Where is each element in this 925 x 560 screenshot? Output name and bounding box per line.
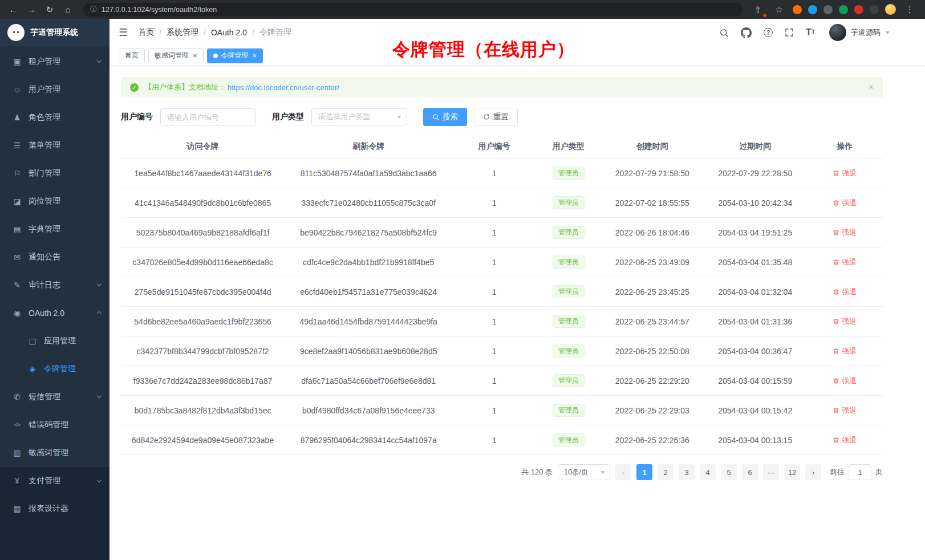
search-button[interactable]: 搜索 <box>423 108 467 126</box>
sidebar-item-sensitive[interactable]: ▥敏感词管理 <box>0 439 109 466</box>
access-token-cell: 275e5de9151045fe87cbdc395e004f4d <box>121 277 285 307</box>
page-button-4[interactable]: 4 <box>700 464 716 480</box>
sidebar-item-menu[interactable]: ☰菜单管理 <box>0 131 109 159</box>
breadcrumb-item[interactable]: OAuth 2.0 <box>211 28 247 37</box>
page-button-3[interactable]: 3 <box>679 464 695 480</box>
goto-page-input[interactable] <box>849 464 871 480</box>
browser-forward-icon[interactable]: → <box>24 3 39 17</box>
help-icon[interactable]: ? <box>764 28 773 37</box>
sidebar-item-oauth-app[interactable]: ▢应用管理 <box>0 327 109 355</box>
force-logout-button[interactable]: 强退 <box>833 257 857 267</box>
sidebar-item-sms[interactable]: ✆短信管理 <box>0 383 109 411</box>
extension-icon[interactable] <box>870 5 879 14</box>
browser-profile-avatar[interactable] <box>885 4 896 15</box>
table-row: c347026e805e4d99b0d116eae66eda8ccdfc4ce9… <box>121 247 883 277</box>
next-page-button[interactable]: › <box>805 464 821 480</box>
sidebar-item-pay[interactable]: ¥支付管理 <box>0 466 109 494</box>
logo[interactable]: 芋道管理系统 <box>0 19 109 46</box>
force-logout-button[interactable]: 强退 <box>833 435 857 445</box>
close-icon[interactable]: × <box>253 52 257 59</box>
sidebar-item-user[interactable]: ☺用户管理 <box>0 75 109 103</box>
sidebar-item-role[interactable]: ♟角色管理 <box>0 103 109 131</box>
force-logout-button[interactable]: 强退 <box>833 346 857 356</box>
search-icon[interactable] <box>719 28 729 38</box>
browser-reload-icon[interactable]: ↻ <box>42 3 57 17</box>
extension-icon[interactable] <box>839 5 848 14</box>
user-type-badge: 管理员 <box>553 226 585 239</box>
close-icon[interactable]: × <box>193 52 197 59</box>
browser-home-icon[interactable]: ⌂ <box>60 3 75 17</box>
extension-icon[interactable] <box>808 5 817 14</box>
github-icon[interactable] <box>741 27 752 38</box>
user-type-cell: 管理员 <box>536 218 601 247</box>
page-button-1[interactable]: 1 <box>636 464 652 480</box>
action-cell: 强退 <box>806 336 883 366</box>
breadcrumb-separator: / <box>252 28 254 37</box>
breadcrumb-item[interactable]: 系统管理 <box>167 27 198 38</box>
user-type-select[interactable]: 请选择用户类型 <box>311 108 407 125</box>
header-actions: ? TT 芋道源码 <box>719 24 890 41</box>
force-logout-button[interactable]: 强退 <box>833 228 857 238</box>
sidebar-item-label: 租户管理 <box>29 56 98 67</box>
force-logout-button[interactable]: 强退 <box>833 198 857 208</box>
browser-menu-icon[interactable]: ⋮ <box>902 3 917 17</box>
extension-icon[interactable] <box>823 5 833 14</box>
force-logout-button[interactable]: 强退 <box>833 287 857 297</box>
refresh-token-cell: dfa6c71a50a54c66bef706ef9e6e8d81 <box>285 366 452 396</box>
audit-log-icon: ✎ <box>11 281 23 290</box>
refresh-token-cell: 49d1aa46d1454fbd87591444423be9fa <box>285 307 452 336</box>
sidebar-item-dept[interactable]: ⚐部门管理 <box>0 159 109 187</box>
sidebar-item-post[interactable]: ◪岗位管理 <box>0 187 109 215</box>
user-type-badge: 管理员 <box>553 285 585 298</box>
tab-sensitive[interactable]: 敏感词管理× <box>148 48 204 63</box>
breadcrumb-separator: / <box>204 28 206 37</box>
site-info-icon[interactable]: ⓘ <box>90 5 97 14</box>
doc-link[interactable]: https://doc.iocoder.cn/user-center/ <box>228 83 339 92</box>
reset-button[interactable]: 重置 <box>474 108 518 126</box>
pages-ellipsis[interactable]: ··· <box>763 464 779 480</box>
font-size-icon[interactable]: TT <box>806 28 815 37</box>
close-icon[interactable]: × <box>869 83 874 92</box>
tab-token[interactable]: 令牌管理× <box>207 48 263 63</box>
prev-page-button[interactable]: ‹ <box>615 464 631 480</box>
user-menu[interactable]: 芋道源码 <box>829 24 890 41</box>
token-table: 访问令牌刷新令牌用户编号用户类型创建时间过期时间操作 1ea5e44f8bc14… <box>121 135 883 455</box>
sidebar-item-oauth[interactable]: ◉OAuth 2.0 <box>0 299 109 327</box>
share-icon[interactable]: ⇧ <box>750 3 765 17</box>
force-logout-button[interactable]: 强退 <box>833 376 857 386</box>
bookmark-star-icon[interactable]: ☆ <box>772 3 786 17</box>
force-logout-button[interactable]: 强退 <box>833 316 857 327</box>
breadcrumb-item[interactable]: 令牌管理 <box>259 27 291 38</box>
sidebar-filler <box>0 522 109 560</box>
action-cell: 强退 <box>806 188 883 218</box>
extension-icon[interactable] <box>854 5 863 14</box>
url-bar[interactable]: ⓘ 127.0.0.1:1024/system/oauth2/token <box>83 3 743 17</box>
page-button-2[interactable]: 2 <box>658 464 674 480</box>
page-size-select[interactable]: 10条/页 <box>558 464 610 480</box>
browser-back-icon[interactable]: ← <box>6 3 21 17</box>
sidebar-item-errcode[interactable]: </>错误码管理 <box>0 411 109 439</box>
table-header-row: 访问令牌刷新令牌用户编号用户类型创建时间过期时间操作 <box>121 135 883 159</box>
sidebar-item-oauth-token[interactable]: ◈令牌管理 <box>0 355 109 383</box>
breadcrumb-item[interactable]: 首页 <box>138 27 154 38</box>
page-button-5[interactable]: 5 <box>721 464 737 480</box>
table-body: 1ea5e44f8bc1467aaede43144f31de76811c5304… <box>121 159 883 455</box>
menu-fold-icon[interactable]: ☰ <box>119 26 128 39</box>
fullscreen-icon[interactable] <box>785 28 794 37</box>
sidebar-item-report[interactable]: ▦报表设计器 <box>0 494 109 522</box>
trash-icon <box>833 289 839 295</box>
extension-icon[interactable] <box>793 5 802 14</box>
sidebar-item-dict[interactable]: ▤字典管理 <box>0 215 109 243</box>
tab-home[interactable]: 首页 <box>119 48 145 63</box>
trash-icon <box>833 200 839 206</box>
user-id-input[interactable] <box>160 108 256 125</box>
force-logout-button[interactable]: 强退 <box>833 405 857 416</box>
page-button-6[interactable]: 6 <box>742 464 758 480</box>
sidebar-item-tenant[interactable]: ▣租户管理 <box>0 47 109 75</box>
sidebar-item-label: 支付管理 <box>29 476 98 486</box>
user-type-badge: 管理员 <box>553 255 585 269</box>
force-logout-button[interactable]: 强退 <box>833 168 857 178</box>
sidebar-item-notice[interactable]: ✉通知公告 <box>0 243 109 271</box>
page-button-12[interactable]: 12 <box>784 464 800 480</box>
sidebar-item-audit[interactable]: ✎审计日志 <box>0 271 109 299</box>
